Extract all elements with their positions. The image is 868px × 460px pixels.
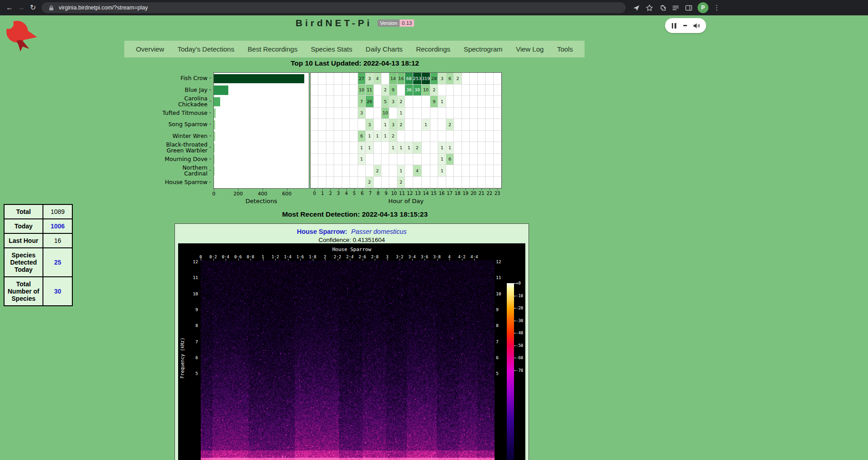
nav-item-overview[interactable]: Overview: [134, 45, 166, 53]
heatmap-cell: 2: [413, 142, 422, 154]
heatmap-cell: [478, 119, 486, 131]
summary-value[interactable]: 30: [43, 277, 72, 306]
heatmap-cell: 1: [438, 96, 446, 108]
audio-player[interactable]: [665, 18, 706, 33]
heatmap-cell: [358, 119, 366, 131]
heatmap-cell: 14: [389, 73, 397, 85]
heatmap-cell: 1: [382, 131, 389, 142]
nav-item-view-log[interactable]: View Log: [514, 45, 545, 53]
reload-button[interactable]: ↻: [27, 2, 39, 14]
heatmap-cell: [478, 73, 486, 85]
heatmap-cell: 27: [358, 73, 366, 85]
heatmap-cell: [334, 96, 342, 108]
side-panel-icon[interactable]: [684, 4, 693, 12]
menu-kebab-icon[interactable]: ⋮: [713, 4, 720, 12]
heatmap-cell: [334, 119, 342, 131]
heatmap-cell: 1: [358, 154, 366, 166]
heatmap-cell: [494, 73, 501, 85]
spectrogram-image: [201, 261, 495, 460]
heatmap-cell: [334, 108, 342, 119]
summary-value[interactable]: 25: [43, 248, 72, 277]
species-label: House Sparrow: [130, 176, 211, 188]
heatmap-cell: [374, 96, 382, 108]
nav-item-best-recordings[interactable]: Best Recordings: [246, 45, 299, 53]
heatmap-cell: 6: [358, 131, 366, 142]
bookmark-star-icon[interactable]: [645, 4, 653, 12]
hour-tickmark: [322, 189, 323, 190]
heatmap-cell: [462, 177, 470, 189]
hour-tickmark: [473, 189, 474, 190]
spec-colorbar: [507, 283, 514, 460]
heatmap-cell: [494, 119, 501, 131]
heatmap-cell: [470, 165, 477, 177]
hour-tickmark: [410, 189, 410, 190]
spec-y-tick: 9: [184, 307, 198, 312]
heatmap-cell: [462, 154, 470, 166]
heatmap-cell: [326, 73, 334, 85]
hour-tickmark: [450, 189, 450, 190]
heatmap-cell: [382, 142, 389, 154]
summary-label: Today: [4, 219, 43, 233]
heatmap-cell: [430, 177, 438, 189]
heatmap-cell: [326, 142, 334, 154]
heatmap-cell: [486, 165, 493, 177]
species-label: Winter Wren: [130, 130, 211, 142]
back-button[interactable]: ←: [4, 2, 15, 14]
detections-bar: [214, 85, 228, 95]
heatmap-cell: [486, 142, 493, 154]
nav-item-daily-charts[interactable]: Daily Charts: [364, 45, 405, 53]
nav-item-recordings[interactable]: Recordings: [414, 45, 452, 53]
heatmap-cell: [326, 96, 334, 108]
species-label-text: CarolinaChickadee: [178, 95, 208, 107]
detection-panel: House Sparrow:Passer domesticus Confiden…: [175, 223, 529, 460]
forward-button[interactable]: →: [15, 2, 27, 14]
heatmap-cell: 6: [446, 73, 454, 85]
nav-item-today-s-detections[interactable]: Today's Detections: [176, 45, 236, 53]
heatmap-cell: [470, 131, 477, 142]
species-label: Fish Crow: [130, 72, 211, 84]
colorbar-tick-label: +0: [516, 281, 521, 285]
hour-tickmark: [315, 189, 315, 190]
volume-icon[interactable]: [693, 23, 700, 29]
hour-tick-label: 18: [453, 191, 462, 196]
species-label-text: NorthernCardinal: [183, 165, 208, 176]
detections-bar: [214, 120, 215, 130]
hour-tickmark: [394, 189, 395, 190]
pause-button[interactable]: [671, 23, 677, 28]
bar-row: [214, 165, 309, 177]
species-label-text: Song Sparrow: [168, 121, 208, 127]
heatmap-cell: [478, 131, 486, 142]
reading-list-icon[interactable]: [671, 4, 679, 12]
spec-y-tick: 8: [184, 323, 198, 328]
heatmap-cell: [326, 177, 334, 189]
hour-tick-label: 2: [326, 191, 335, 196]
hour-tickmark: [402, 189, 402, 190]
heatmap-cell: 1: [422, 119, 430, 131]
heatmap-cell: [318, 165, 326, 177]
spec-y-tick: 11: [496, 275, 501, 280]
heatmap-cell: [374, 177, 382, 189]
heatmap-cell: [350, 177, 358, 189]
heatmap-cell: [486, 177, 493, 189]
nav-item-spectrogram[interactable]: Spectrogram: [462, 45, 505, 53]
summary-value[interactable]: 1006: [43, 219, 72, 233]
heatmap-cell: [470, 142, 477, 154]
heatmap-cell: [382, 73, 389, 85]
share-icon[interactable]: [632, 4, 640, 12]
detection-common-name[interactable]: House Sparrow:: [297, 228, 347, 235]
heatmap-cell: [397, 85, 405, 96]
heatmap-cell: 4: [413, 165, 422, 177]
extensions-icon[interactable]: [658, 4, 666, 12]
heatmap-cell: [462, 96, 470, 108]
heatmap-cell: [342, 154, 350, 166]
bar-row: [214, 73, 309, 85]
profile-avatar[interactable]: P: [698, 2, 708, 13]
nav-item-tools[interactable]: Tools: [555, 45, 575, 53]
nav-item-species-stats[interactable]: Species Stats: [309, 45, 354, 53]
heatmap-cell: [454, 154, 462, 166]
hour-tick-label: 0: [311, 191, 319, 196]
species-label-text: Black-throatedGreen Warbler: [166, 142, 208, 153]
address-bar[interactable]: virginia.birdnetpi.com/?stream=play: [42, 2, 626, 13]
top10-heading: Top 10 Last Updated: 2022-04-13 18:12: [0, 59, 710, 67]
heatmap-cell: [422, 108, 430, 119]
